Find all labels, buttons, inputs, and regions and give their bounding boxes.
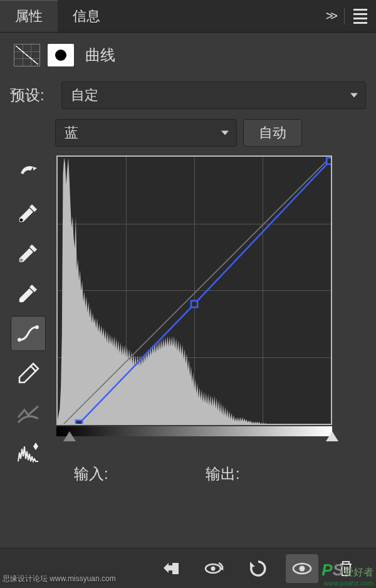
chevron-down-icon — [221, 131, 229, 135]
view-previous-state-icon[interactable] — [198, 554, 231, 583]
tab-properties[interactable]: 属性 — [0, 0, 58, 32]
svg-point-4 — [35, 325, 39, 329]
clip-to-layer-icon[interactable] — [154, 554, 187, 583]
white-point-slider[interactable] — [326, 431, 338, 441]
auto-button[interactable]: 自动 — [243, 119, 302, 147]
clip-histogram-icon[interactable] — [11, 436, 46, 471]
curve-point-tool-icon[interactable] — [11, 316, 46, 351]
channel-dropdown[interactable]: 蓝 — [55, 119, 237, 147]
panel-menu-icon[interactable] — [353, 9, 367, 24]
input-gradient — [56, 426, 332, 436]
layer-mask-icon[interactable] — [48, 44, 74, 66]
svg-point-0 — [19, 218, 23, 222]
eyedropper-white-icon[interactable] — [11, 276, 46, 311]
visibility-icon[interactable] — [286, 554, 318, 583]
preset-row: 预设: 自定 — [0, 78, 376, 115]
svg-rect-10 — [172, 563, 179, 574]
reset-icon[interactable] — [242, 554, 274, 583]
properties-panel: 属性 信息 >> 曲线 预设: 自定 蓝 自动 — [0, 0, 376, 588]
adjustment-label: 曲线 — [85, 45, 115, 65]
targeted-adjustment-icon[interactable] — [11, 155, 46, 191]
svg-point-14 — [300, 565, 305, 571]
eyedropper-black-icon[interactable] — [11, 196, 46, 231]
channel-value: 蓝 — [65, 123, 78, 142]
preset-label: 预设: — [10, 85, 55, 105]
input-label: 输入: — [56, 464, 132, 484]
io-row: 输入: 输出: — [56, 450, 366, 484]
tool-column — [6, 155, 50, 484]
svg-rect-8 — [191, 301, 197, 307]
smooth-tool-icon[interactable] — [11, 396, 46, 431]
pencil-tool-icon[interactable] — [11, 356, 46, 391]
svg-line-5 — [58, 157, 331, 425]
slider-track — [56, 436, 332, 450]
curves-graph[interactable] — [56, 155, 332, 425]
tab-header: 属性 信息 >> — [0, 0, 376, 33]
collapse-icon[interactable]: >> — [326, 9, 335, 23]
channel-row: 蓝 自动 — [0, 115, 376, 153]
chevron-down-icon — [350, 93, 358, 98]
watermark-left: 思缘设计论坛 www.missyuan.com — [3, 574, 116, 584]
eyedropper-gray-icon[interactable] — [11, 236, 46, 271]
svg-point-3 — [18, 338, 21, 342]
svg-point-2 — [19, 298, 23, 302]
svg-rect-7 — [76, 421, 82, 425]
black-point-slider[interactable] — [63, 431, 76, 441]
svg-rect-9 — [326, 158, 331, 164]
curves-adjustment-icon[interactable] — [14, 44, 40, 66]
svg-point-1 — [19, 258, 23, 262]
preset-dropdown[interactable]: 自定 — [61, 81, 366, 109]
main-area: 输入: 输出: — [0, 153, 376, 484]
divider — [344, 8, 345, 24]
preset-value: 自定 — [71, 86, 98, 105]
output-label: 输出: — [188, 464, 263, 484]
graph-area: 输入: 输出: — [56, 155, 366, 484]
watermark-right: PS爱好者 www.psahz.com — [321, 561, 373, 587]
svg-point-12 — [211, 566, 216, 570]
tab-info[interactable]: 信息 — [58, 0, 115, 32]
adjustment-type-row: 曲线 — [0, 33, 376, 78]
